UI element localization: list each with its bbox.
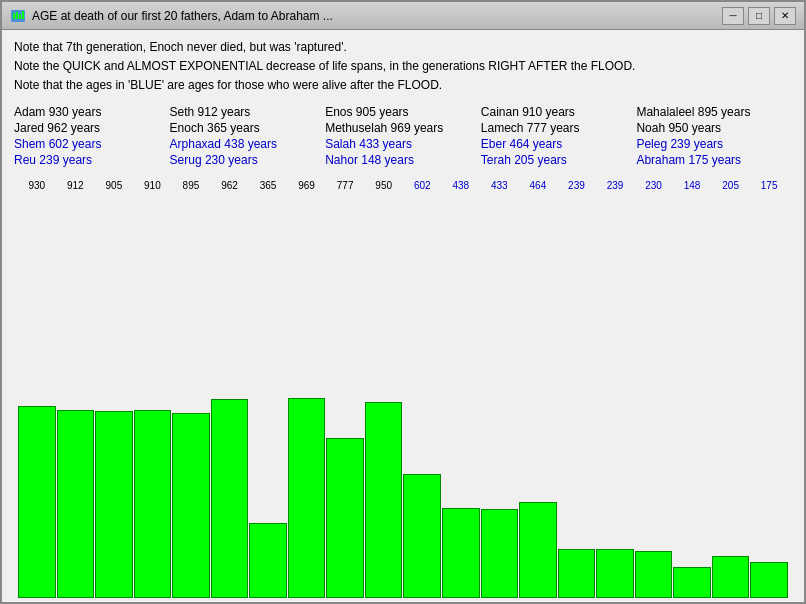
bar-seth [57,410,95,598]
bar-peleg [558,549,596,598]
bar-adam [18,406,56,598]
note-line-1: Note that 7th generation, Enoch never di… [14,38,792,57]
svg-rect-4 [22,11,24,19]
legend-item: Salah 433 years [325,136,481,152]
bar-noah [365,402,403,598]
bar-salah [481,509,519,598]
legend-item: Arphaxad 438 years [170,136,326,152]
bar-abraham [750,562,788,598]
bar-eber [519,502,557,598]
svg-rect-2 [16,12,18,19]
bar-container: 912 [57,196,95,598]
legend-item: Eber 464 years [481,136,637,152]
bar-container: 895 [172,196,210,598]
bar-label: 239 [568,180,585,191]
bar-container: 950 [365,196,403,598]
bar-container: 602 [403,196,441,598]
bar-container: 777 [326,196,364,598]
bar-label: 433 [491,180,508,191]
bar-enos [95,411,133,598]
bar-label: 175 [761,180,778,191]
bar-container: 905 [95,196,133,598]
title-buttons: ─ □ ✕ [722,7,796,25]
bar-nahor [673,567,711,598]
bar-label: 438 [452,180,469,191]
bar-label: 895 [183,180,200,191]
bar-reu [596,549,634,598]
legend-item: Noah 950 years [636,120,792,136]
bar-terah [712,556,750,598]
legend-item: Methuselah 969 years [325,120,481,136]
legend-item: Nahor 148 years [325,152,481,168]
legend-area: Adam 930 yearsJared 962 yearsShem 602 ye… [14,104,792,168]
content-area: Note that 7th generation, Enoch never di… [2,30,804,602]
app-icon [10,8,26,24]
legend-item: Lamech 777 years [481,120,637,136]
bar-label: 205 [722,180,739,191]
close-button[interactable]: ✕ [774,7,796,25]
bar-label: 230 [645,180,662,191]
bar-label: 239 [607,180,624,191]
bar-label: 148 [684,180,701,191]
legend-item: Abraham 175 years [636,152,792,168]
bar-container: 910 [134,196,172,598]
legend-item: Peleg 239 years [636,136,792,152]
legend-item: Adam 930 years [14,104,170,120]
legend-item: Mahalaleel 895 years [636,104,792,120]
bar-label: 464 [530,180,547,191]
bar-cainan [134,410,172,598]
title-bar-left: AGE at death of our first 20 fathers, Ad… [10,8,333,24]
bar-label: 950 [375,180,392,191]
bar-label: 912 [67,180,84,191]
legend-item: Seth 912 years [170,104,326,120]
legend-item: Shem 602 years [14,136,170,152]
bar-label: 930 [28,180,45,191]
bar-label: 365 [260,180,277,191]
bar-container: 239 [596,196,634,598]
window-title: AGE at death of our first 20 fathers, Ad… [32,9,333,23]
bar-container: 148 [673,196,711,598]
bar-label: 910 [144,180,161,191]
bar-container: 205 [712,196,750,598]
legend-item: Cainan 910 years [481,104,637,120]
svg-rect-1 [13,13,15,19]
bar-container: 239 [558,196,596,598]
legend-item: Reu 239 years [14,152,170,168]
main-window: AGE at death of our first 20 fathers, Ad… [0,0,806,604]
bar-container: 969 [288,196,326,598]
bar-label: 905 [106,180,123,191]
bar-enoch [249,523,287,598]
bar-container: 438 [442,196,480,598]
legend-item: Jared 962 years [14,120,170,136]
legend-item: Terah 205 years [481,152,637,168]
bar-label: 602 [414,180,431,191]
bar-container: 433 [481,196,519,598]
bar-container: 962 [211,196,249,598]
legend-item: Serug 230 years [170,152,326,168]
bar-shem [403,474,441,598]
bar-container: 930 [18,196,56,598]
legend-item: Enos 905 years [325,104,481,120]
minimize-button[interactable]: ─ [722,7,744,25]
chart-area: 9309129059108959623659697779506024384334… [14,176,792,598]
note-line-2: Note the QUICK and ALMOST EXPONENTIAL de… [14,57,792,76]
bar-container: 464 [519,196,557,598]
legend-item: Enoch 365 years [170,120,326,136]
bar-label: 777 [337,180,354,191]
notes-area: Note that 7th generation, Enoch never di… [14,38,792,96]
bar-serug [635,551,673,598]
bar-lamech [326,438,364,598]
bar-label: 962 [221,180,238,191]
note-line-3: Note that the ages in 'BLUE' are ages fo… [14,76,792,95]
maximize-button[interactable]: □ [748,7,770,25]
bar-mahalaleel [172,413,210,598]
svg-rect-3 [19,14,21,19]
bar-container: 175 [750,196,788,598]
bar-container: 230 [635,196,673,598]
bar-jared [211,399,249,598]
bar-container: 365 [249,196,287,598]
bar-arphaxad [442,508,480,598]
bar-label: 969 [298,180,315,191]
bar-methuselah [288,398,326,598]
title-bar: AGE at death of our first 20 fathers, Ad… [2,2,804,30]
